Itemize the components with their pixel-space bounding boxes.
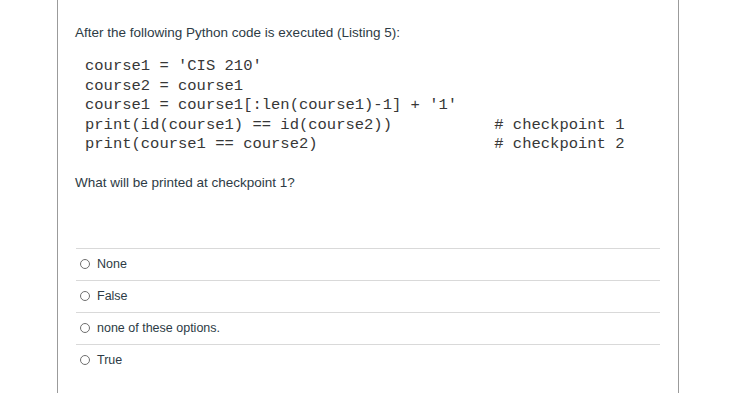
radio-button-icon[interactable] xyxy=(80,355,90,365)
answer-option-true[interactable]: True xyxy=(76,344,660,376)
answer-label: False xyxy=(97,289,128,304)
answer-label: True xyxy=(97,353,122,368)
question-intro-text: After the following Python code is execu… xyxy=(75,23,660,42)
answer-option-none[interactable]: None xyxy=(76,248,660,280)
answer-label: None xyxy=(97,257,127,272)
quiz-page: After the following Python code is execu… xyxy=(0,0,743,419)
answer-option-none-of-these[interactable]: none of these options. xyxy=(76,312,660,344)
radio-button-icon[interactable] xyxy=(80,291,90,301)
answer-label: none of these options. xyxy=(97,321,220,336)
radio-button-icon[interactable] xyxy=(80,259,90,269)
python-code-block: course1 = 'CIS 210' course2 = course1 co… xyxy=(85,57,660,155)
radio-button-icon[interactable] xyxy=(80,323,90,333)
answer-options-list: None False none of these options. True xyxy=(76,248,660,376)
question-prompt-text: What will be printed at checkpoint 1? xyxy=(75,173,660,192)
question-body: After the following Python code is execu… xyxy=(58,0,678,192)
answer-option-false[interactable]: False xyxy=(76,280,660,312)
question-panel: After the following Python code is execu… xyxy=(57,0,679,393)
